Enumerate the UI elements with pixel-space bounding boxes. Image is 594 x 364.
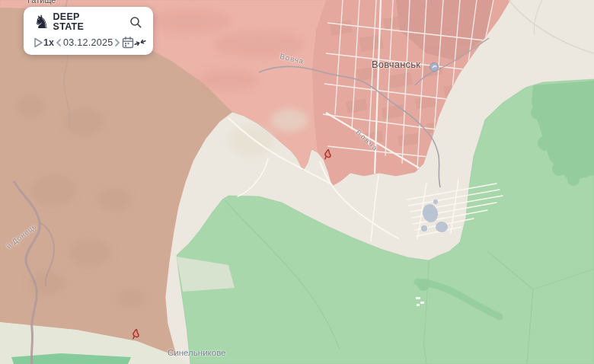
knight-logo-icon: ♞: [34, 14, 50, 30]
map-label-hatyshche: Гатище: [27, 0, 56, 5]
chevron-left-icon: [54, 37, 63, 48]
speed-button[interactable]: 1x: [43, 37, 54, 48]
next-date-button[interactable]: [113, 37, 122, 48]
date-label: 03.12.2025: [63, 37, 113, 48]
map-label-vovchansk: Вовчанськ: [372, 59, 420, 70]
play-icon: [34, 37, 43, 48]
search-button[interactable]: [129, 16, 142, 29]
control-panel: ♞ DEEP STATE 1x: [24, 7, 153, 55]
deepstate-map-app: Гатище Вовчанськ Синельникове Вовча Вовч…: [0, 0, 594, 364]
logo-line2: STATE: [53, 22, 85, 32]
collapse-arrows-icon: [134, 37, 146, 49]
deepstate-logo: ♞ DEEP STATE: [34, 12, 84, 32]
calendar-icon: [122, 37, 134, 49]
search-icon: [129, 16, 142, 29]
collapse-button[interactable]: [134, 37, 146, 49]
prev-date-button[interactable]: [54, 37, 63, 48]
calendar-button[interactable]: [122, 37, 134, 49]
chevron-right-icon: [113, 37, 122, 48]
map-label-synelnykove: Синельникове: [168, 348, 226, 357]
map-symbol-icon: [430, 63, 439, 72]
play-button[interactable]: [34, 37, 43, 48]
